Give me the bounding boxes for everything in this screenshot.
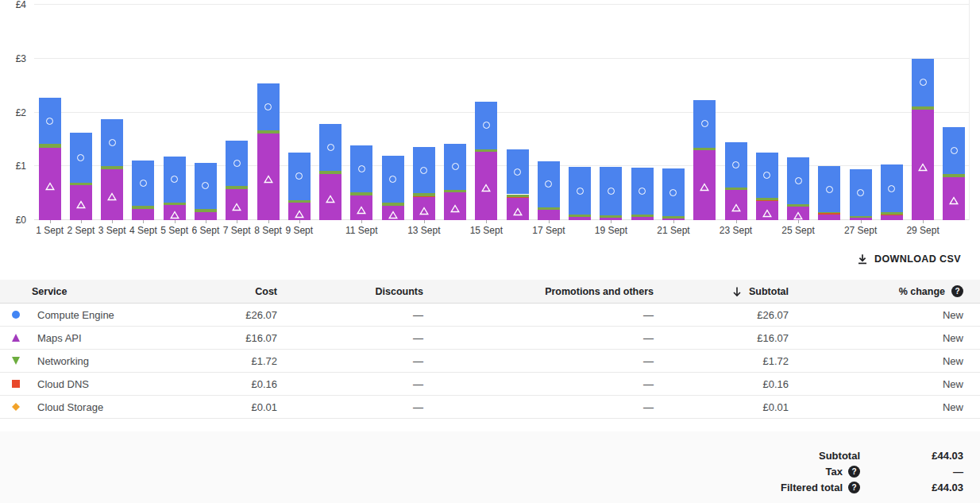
networking-triangle-down-icon: [12, 357, 20, 365]
x-axis-tick: [268, 220, 269, 223]
service-name: Cloud Storage: [32, 401, 206, 413]
x-axis-tick: [299, 220, 300, 223]
bar-segment: [850, 216, 872, 219]
discounts-cell: —: [277, 401, 423, 413]
header-percent-change[interactable]: % change: [789, 285, 980, 297]
header-service[interactable]: Service: [32, 286, 206, 297]
series-marker-circle: [109, 139, 116, 146]
series-marker-circle: [358, 165, 365, 172]
x-axis-tick: [206, 220, 206, 223]
bar-segment: [319, 171, 341, 173]
series-marker-circle: [233, 160, 241, 167]
summary-subtotal-label: Subtotal: [819, 450, 860, 462]
header-promotions[interactable]: Promotions and others: [423, 286, 654, 297]
help-icon[interactable]: [951, 285, 963, 297]
series-marker-triangle: [793, 209, 803, 218]
table-row-cloud-dns: Cloud DNS £0.16 — — £0.16 New: [0, 373, 980, 396]
series-marker-circle: [608, 188, 615, 195]
series-marker-triangle: [232, 200, 241, 209]
bar-segment: [725, 188, 747, 190]
summary-panel: Subtotal £44.03 Tax — Filtered total £44…: [0, 431, 980, 503]
series-marker-triangle: [419, 204, 429, 213]
y-axis-tick-label: £1: [0, 161, 26, 172]
table-row-cloud-storage: Cloud Storage £0.01 — — £0.01 New: [0, 396, 980, 419]
series-marker-circle: [140, 180, 147, 187]
x-axis-tick: [81, 220, 82, 223]
filtered-total-help-icon[interactable]: [848, 482, 860, 493]
promotions-cell: —: [423, 378, 654, 390]
bar-segment: [195, 212, 217, 220]
promotions-cell: —: [423, 355, 654, 367]
series-marker-circle: [701, 120, 708, 127]
header-discounts[interactable]: Discounts: [277, 286, 423, 297]
bar-segment: [257, 130, 280, 133]
cloud-storage-diamond-icon: [12, 403, 20, 411]
billing-cost-chart: £0£1£2£3£4 1 Sept2 Sept3 Sept4 Sept5 Sep…: [0, 0, 980, 238]
change-cell: New: [789, 378, 980, 390]
header-cost[interactable]: Cost: [206, 286, 277, 297]
series-marker-triangle: [107, 190, 117, 199]
bar-segment: [101, 166, 123, 168]
summary-tax-line: Tax —: [0, 463, 963, 479]
bar-segment: [787, 204, 809, 207]
bar-segment: [756, 198, 778, 200]
bar-segment: [881, 215, 903, 215]
bar-segment: [881, 212, 903, 215]
header-subtotal[interactable]: Subtotal: [654, 286, 789, 297]
subtotal-cell: £0.01: [654, 401, 789, 413]
bar-segment: [39, 144, 61, 147]
x-axis-label: 29 Sept: [897, 225, 948, 236]
x-axis-label: 25 Sept: [773, 225, 824, 236]
service-name: Compute Engine: [32, 309, 206, 321]
gridline: [34, 4, 969, 5]
subtotal-cell: £0.16: [654, 378, 789, 390]
x-axis-tick: [549, 220, 550, 223]
x-axis-tick: [112, 220, 113, 223]
summary-subtotal-line: Subtotal £44.03: [0, 447, 963, 463]
series-marker-circle: [795, 177, 802, 184]
maps-api-triangle-icon: [12, 334, 20, 342]
y-axis-tick-label: £2: [0, 107, 26, 118]
bar-segment: [756, 200, 778, 201]
summary-filtered-label: Filtered total: [781, 482, 843, 493]
bar-segment: [413, 196, 435, 197]
cost-cell: £1.72: [206, 355, 277, 367]
cost-cell: £16.07: [206, 332, 277, 344]
series-marker-circle: [951, 147, 958, 154]
series-marker-circle: [577, 188, 584, 195]
bar-segment: [475, 149, 497, 152]
promotions-cell: —: [423, 401, 654, 413]
x-axis-tick: [424, 220, 425, 223]
x-axis-label: 15 Sept: [461, 225, 511, 236]
y-axis-tick-label: £3: [0, 53, 26, 64]
download-csv-button[interactable]: DOWNLOAD CSV: [857, 251, 961, 267]
series-marker-triangle: [357, 203, 366, 212]
bar-segment: [382, 203, 404, 205]
summary-subtotal-value: £44.03: [860, 450, 963, 462]
gridline: [34, 58, 969, 59]
x-axis-label: 23 Sept: [711, 225, 762, 236]
bar-segment: [507, 195, 529, 197]
table-row-maps-api: Maps API £16.07 — — £16.07 New: [0, 327, 980, 350]
tax-help-icon[interactable]: [848, 466, 860, 478]
summary-filtered-total-line: Filtered total £44.03: [0, 479, 963, 495]
bar-segment: [631, 215, 654, 217]
compute-engine-circle-icon: [12, 311, 20, 319]
x-axis-tick: [736, 220, 737, 223]
x-axis-tick: [798, 220, 799, 223]
series-marker-triangle: [918, 161, 928, 169]
series-marker-circle: [264, 103, 272, 110]
table-row-networking: Networking £1.72 — — £1.72 New: [0, 350, 980, 373]
bar-segment: [600, 215, 622, 218]
x-axis-label: 11 Sept: [336, 225, 387, 236]
bar-segment: [132, 209, 154, 220]
bar-segment: [569, 217, 591, 220]
x-axis-label: 19 Sept: [585, 225, 636, 236]
promotions-cell: —: [423, 309, 654, 321]
bar-segment: [538, 210, 560, 220]
x-axis-label: 13 Sept: [399, 225, 449, 236]
bar-segment: [538, 207, 560, 210]
bar-segment: [195, 209, 217, 211]
bar-segment: [693, 148, 716, 150]
x-axis-tick: [50, 220, 51, 223]
